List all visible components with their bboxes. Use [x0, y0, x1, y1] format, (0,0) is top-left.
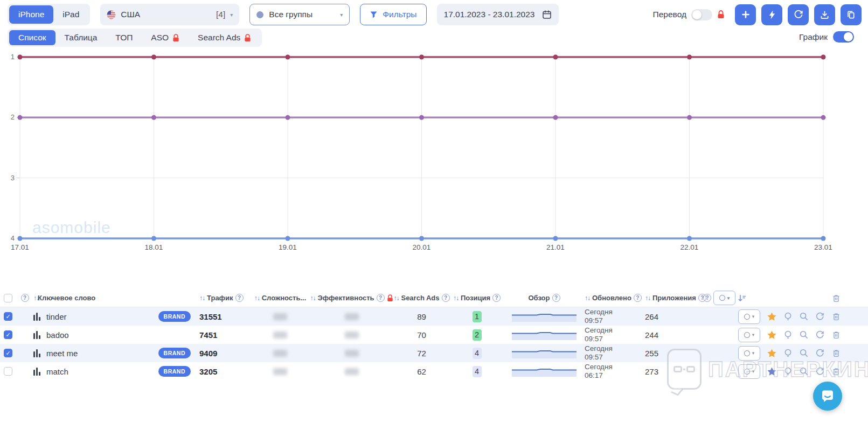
keyword-stats-icon[interactable] [33, 349, 40, 357]
tab-top[interactable]: ТОП [106, 30, 142, 45]
bulb-icon[interactable] [783, 330, 793, 340]
search-icon[interactable] [799, 366, 809, 376]
column-header-search-ads[interactable]: ↑↓ Search Ads ? [393, 294, 450, 302]
refresh-icon[interactable] [815, 312, 825, 321]
bulb-icon[interactable] [783, 348, 793, 358]
updated-day: Сегодня [585, 344, 613, 353]
device-tab-iphone[interactable]: iPhone [9, 5, 53, 24]
sort-icon: ↑↓ [645, 294, 650, 302]
chart-toggle-label: График [799, 32, 828, 42]
help-icon[interactable]: ? [552, 294, 560, 302]
help-icon[interactable]: ? [377, 294, 385, 302]
column-header-apps[interactable]: ↑↓ Приложения ? [645, 294, 703, 302]
filters-button[interactable]: Фильтры [360, 4, 426, 25]
refresh-button[interactable] [788, 4, 809, 25]
help-icon[interactable]: ? [634, 294, 642, 302]
groups-select[interactable]: Все группы ▾ [249, 4, 350, 25]
apps-count: 264 [645, 312, 658, 321]
tag-dropdown[interactable]: ▾ [738, 328, 760, 342]
add-button[interactable] [735, 4, 756, 25]
row-checkbox[interactable]: ✓ [4, 349, 12, 357]
position-badge: 2 [473, 329, 482, 341]
keyword-stats-icon[interactable] [33, 313, 40, 321]
tag-dropdown[interactable]: ▾ [738, 309, 760, 324]
keyword-label[interactable]: meet me [46, 349, 78, 358]
favorite-star-icon[interactable] [767, 366, 777, 377]
boost-button[interactable] [761, 4, 782, 25]
column-header-keyword[interactable]: ↑↓ Ключевое слово [33, 294, 199, 302]
keywords-table: ? ↑↓ Ключевое слово ↑↓ Трафик ? ↑↓ Сложн… [0, 289, 868, 380]
row-actions: ▾ [703, 346, 868, 361]
efficiency-cell [310, 332, 393, 339]
search-icon[interactable] [799, 348, 809, 358]
copy-button[interactable] [841, 4, 862, 25]
help-icon[interactable]: ? [235, 294, 244, 302]
table-header-row: ? ↑↓ Ключевое слово ↑↓ Трафик ? ↑↓ Сложн… [0, 289, 868, 307]
refresh-icon[interactable] [815, 330, 825, 340]
bulb-icon[interactable] [783, 312, 793, 322]
tab-aso[interactable]: ASO [142, 30, 189, 45]
refresh-icon[interactable] [815, 348, 825, 358]
delete-icon[interactable] [831, 330, 841, 340]
delete-icon[interactable] [831, 312, 841, 321]
keyword-label[interactable]: badoo [46, 330, 69, 340]
search-icon[interactable] [799, 330, 809, 340]
keyword-label[interactable]: tinder [46, 312, 67, 321]
refresh-icon [794, 10, 803, 19]
tab-search-ads[interactable]: Search Ads [189, 30, 260, 45]
help-icon[interactable]: ? [492, 294, 501, 302]
traffic-value: 9409 [199, 349, 217, 358]
lock-icon [244, 34, 251, 42]
overview-cell[interactable] [504, 310, 585, 323]
help-icon[interactable]: ? [442, 294, 450, 302]
keyword-stats-icon[interactable] [33, 331, 40, 339]
overview-cell[interactable] [504, 365, 585, 378]
help-icon[interactable]: ? [703, 294, 711, 302]
tag-dropdown[interactable]: ▾ [738, 346, 760, 361]
keyword-stats-icon[interactable] [33, 368, 40, 376]
column-header-updated[interactable]: ↑↓ Обновлено ? [585, 294, 645, 302]
sort-order-icon[interactable] [738, 294, 746, 302]
favorite-star-icon[interactable] [767, 312, 777, 322]
help-icon[interactable]: ? [21, 294, 29, 302]
chat-widget-button[interactable] [813, 382, 842, 411]
search-ads-cell: 70 [393, 330, 450, 340]
position-badge: 4 [473, 366, 482, 377]
column-header-efficiency[interactable]: ↑↓ Эффективность ? [310, 294, 393, 302]
row-checkbox-cell [0, 367, 16, 376]
column-header-traffic[interactable]: ↑↓ Трафик ? [199, 294, 251, 302]
search-icon[interactable] [799, 312, 809, 321]
chat-bubble-icon [820, 389, 835, 404]
tab-list[interactable]: Список [9, 30, 55, 45]
column-header-difficulty[interactable]: ↑↓ Сложность... [251, 294, 310, 302]
device-tab-ipad[interactable]: iPad [53, 5, 88, 24]
keyword-label[interactable]: match [46, 367, 68, 376]
delete-all-icon[interactable] [831, 293, 841, 303]
bulb-icon[interactable] [783, 366, 793, 377]
download-button[interactable] [814, 4, 835, 25]
favorite-star-icon[interactable] [767, 330, 777, 340]
overview-cell[interactable] [504, 347, 585, 359]
refresh-icon[interactable] [815, 366, 825, 376]
sort-icon: ↑↓ [310, 294, 315, 302]
column-header-position[interactable]: ↑↓ Позиция ? [450, 294, 504, 302]
delete-icon[interactable] [831, 366, 841, 376]
chart-visibility-control: График [799, 31, 854, 43]
row-checkbox[interactable] [4, 367, 12, 376]
translate-toggle[interactable] [691, 9, 712, 20]
traffic-value: 3205 [199, 367, 217, 376]
favorite-star-icon[interactable] [767, 348, 777, 358]
delete-icon[interactable] [831, 348, 841, 358]
country-select[interactable]: США [4] ▾ [100, 4, 239, 25]
circle-icon [744, 369, 750, 375]
chart-toggle[interactable] [833, 31, 854, 43]
select-all-checkbox[interactable] [4, 294, 12, 302]
tab-table[interactable]: Таблица [55, 30, 107, 45]
row-checkbox[interactable]: ✓ [4, 312, 12, 321]
chevron-down-icon: ▾ [340, 12, 343, 18]
tag-filter-dropdown[interactable]: ▾ [713, 291, 735, 305]
row-checkbox[interactable]: ✓ [4, 330, 12, 339]
overview-cell[interactable] [504, 328, 585, 341]
tag-dropdown[interactable]: ▾ [738, 364, 760, 379]
date-range-picker[interactable]: 17.01.2023 - 23.01.2023 [437, 4, 559, 25]
